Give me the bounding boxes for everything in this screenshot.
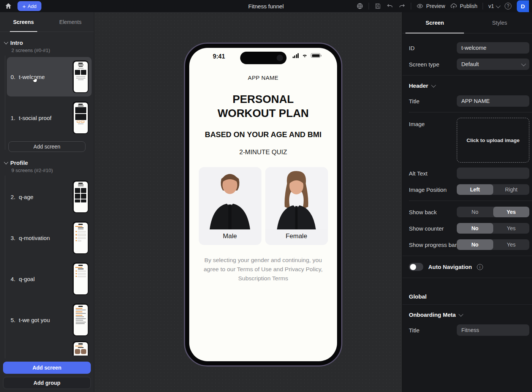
gender-card-female[interactable]: Female <box>265 167 328 245</box>
toggle-label: Auto Navigation <box>428 264 472 270</box>
segment-yes[interactable]: Yes <box>493 239 530 250</box>
screen-item-partial[interactable] <box>7 341 92 356</box>
field-label: Show counter <box>409 225 457 232</box>
tab-screens[interactable]: Screens <box>0 12 47 32</box>
segment-no[interactable]: No <box>457 207 493 217</box>
segment-right[interactable]: Right <box>493 184 530 195</box>
subheadline: BASED ON YOUR AGE AND BMI <box>196 130 330 139</box>
screen-item-label: 0. t-welcome <box>7 74 45 80</box>
screen-item-q-motivation[interactable]: 3. q-motivation <box>7 218 92 258</box>
wifi-icon <box>301 53 308 58</box>
field-show-progress-bar: Show progress bar No Yes <box>402 239 532 250</box>
group-profile-header[interactable]: Profile <box>0 157 94 167</box>
field-screen-type: Screen type Default <box>402 58 532 70</box>
segment-no[interactable]: No <box>457 239 493 250</box>
signal-icon <box>293 53 299 58</box>
group-indent-line <box>5 175 5 359</box>
field-show-counter: Show counter No Yes <box>402 223 532 234</box>
male-photo <box>199 167 261 229</box>
version-dropdown[interactable]: v1 <box>488 3 499 9</box>
segment-yes[interactable]: Yes <box>493 207 530 217</box>
screen-item-t-welcome[interactable]: 0. t-welcome <box>7 57 92 96</box>
divider <box>402 278 532 278</box>
female-photo <box>265 167 328 229</box>
inspector-tabs: Screen Styles <box>402 12 532 33</box>
add-group-button[interactable]: Add group <box>3 377 91 389</box>
field-image: Image Click to upload image <box>402 118 532 163</box>
editor-canvas[interactable]: 9:41 APP NAME PERSONAL WORKOUT PLAN BASE… <box>94 12 402 392</box>
screen-thumbnail <box>73 341 89 356</box>
screen-item-t-social-proof[interactable]: 1. t-social proof <box>7 98 92 138</box>
chevron-down-icon <box>4 160 8 164</box>
segment-left[interactable]: Left <box>457 184 493 195</box>
id-input[interactable] <box>457 42 529 54</box>
info-icon[interactable]: i <box>477 264 483 270</box>
screen-type-select[interactable]: Default <box>457 58 529 70</box>
screen-item-t-we-got-you[interactable]: 5. t-we got you <box>7 300 92 340</box>
group-add-screen-button[interactable]: Add screen <box>8 141 86 152</box>
globe-icon[interactable] <box>356 3 363 9</box>
field-title: Title <box>402 95 532 107</box>
quiz-label: 2-MINUTE QUIZ <box>189 149 337 156</box>
save-icon[interactable] <box>374 3 381 9</box>
segment-yes[interactable]: Yes <box>493 223 530 234</box>
screen-name: q-goal <box>19 276 35 282</box>
auto-navigation-toggle[interactable] <box>409 263 423 271</box>
screen-item-label: 3. q-motivation <box>7 235 50 241</box>
group-intro-header[interactable]: Intro <box>0 37 94 47</box>
left-panel-footer: Add screen Add group <box>0 359 94 392</box>
help-icon[interactable]: ? <box>505 3 511 9</box>
home-icon[interactable] <box>5 2 12 10</box>
field-label: Screen type <box>409 61 457 68</box>
tab-styles[interactable]: Styles <box>467 12 532 33</box>
chevron-down-icon <box>431 83 436 88</box>
field-label: Alt Text <box>409 170 457 177</box>
redo-icon[interactable] <box>399 3 405 9</box>
header-section-toggle[interactable]: Header <box>402 81 532 90</box>
phone-screen: 9:41 APP NAME PERSONAL WORKOUT PLAN BASE… <box>189 48 337 361</box>
tab-elements[interactable]: Elements <box>47 12 94 32</box>
undo-icon[interactable] <box>386 3 393 9</box>
section-title: Header <box>409 82 428 89</box>
gender-card-male[interactable]: Male <box>199 167 261 245</box>
preview-button[interactable]: Preview <box>416 3 445 9</box>
field-label: Title <box>409 98 457 104</box>
dynamic-island <box>240 52 287 64</box>
screen-thumbnail <box>73 262 89 295</box>
add-screen-button[interactable]: Add screen <box>3 362 91 374</box>
separator <box>369 3 369 9</box>
screen-name: q-age <box>19 194 33 200</box>
field-image-position: Image Position Left Right <box>402 184 532 195</box>
screen-name: q-motivation <box>19 235 50 241</box>
selected-value: Default <box>461 61 479 67</box>
global-section-title: Global <box>402 283 532 302</box>
screen-item-q-goal[interactable]: 4. q-goal <box>7 259 92 299</box>
screen-thumbnail <box>73 101 89 134</box>
separator <box>411 3 411 9</box>
screen-thumbnail <box>73 221 89 254</box>
gender-options: Male Fem <box>189 167 337 245</box>
segment-no[interactable]: No <box>457 223 493 234</box>
chevron-down-icon <box>521 61 526 66</box>
tab-screen[interactable]: Screen <box>402 12 467 33</box>
camera-icon <box>277 55 283 61</box>
meta-title-input[interactable] <box>457 324 529 336</box>
image-upload-dropzone[interactable]: Click to upload image <box>457 118 529 163</box>
user-avatar[interactable]: D <box>517 0 529 12</box>
preview-label: Preview <box>426 3 445 9</box>
field-label: Show back <box>409 209 457 215</box>
add-button[interactable]: + Add <box>17 1 41 11</box>
alt-text-input[interactable] <box>457 168 529 179</box>
screen-name: t-we got you <box>19 317 50 323</box>
screens-panel: Screens Elements Intro 2 screens (#0-#1)… <box>0 12 94 392</box>
gender-label: Female <box>265 229 328 245</box>
divider <box>402 75 532 76</box>
onboarding-meta-toggle[interactable]: Onboarding Meta <box>402 310 532 319</box>
publish-button[interactable]: Publish <box>450 3 477 9</box>
screen-item-q-age[interactable]: 2. q-age <box>7 177 92 217</box>
screen-index: 5. <box>11 317 16 323</box>
terms-text: By selecting your gender and continuing,… <box>203 256 323 283</box>
status-time: 9:41 <box>213 53 225 60</box>
group-subtitle: 9 screens (#2-#10) <box>0 167 94 175</box>
title-input[interactable] <box>457 95 529 107</box>
